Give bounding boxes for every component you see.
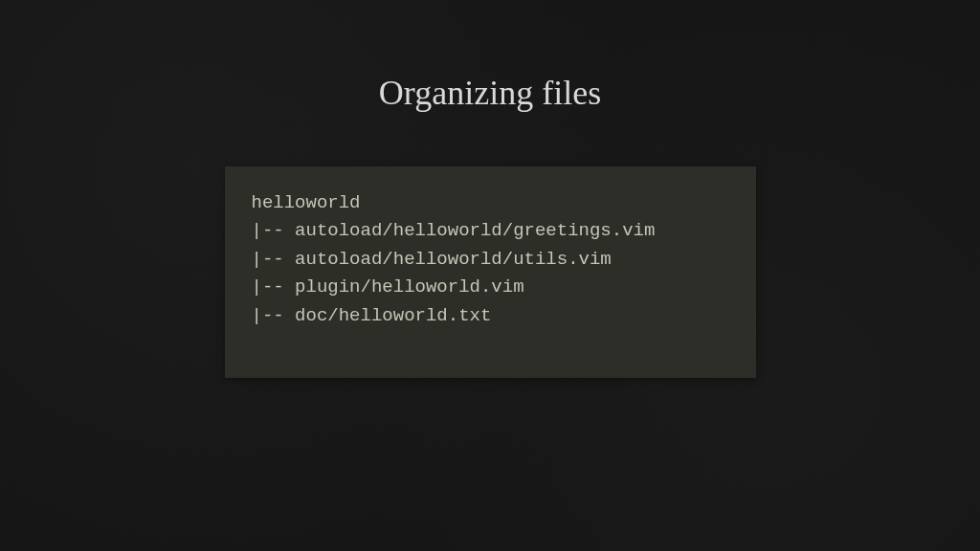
code-block: helloworld |-- autoload/helloworld/greet…: [225, 166, 756, 378]
code-line: |-- autoload/helloworld/greetings.vim: [252, 217, 729, 245]
code-line: |-- doc/helloworld.txt: [252, 302, 729, 330]
slide-container: Organizing files helloworld |-- autoload…: [0, 0, 980, 551]
code-line: helloworld: [252, 189, 729, 217]
slide-title: Organizing files: [379, 73, 601, 113]
code-line: |-- plugin/helloworld.vim: [252, 274, 729, 301]
code-line: |-- autoload/helloworld/utils.vim: [252, 246, 729, 274]
